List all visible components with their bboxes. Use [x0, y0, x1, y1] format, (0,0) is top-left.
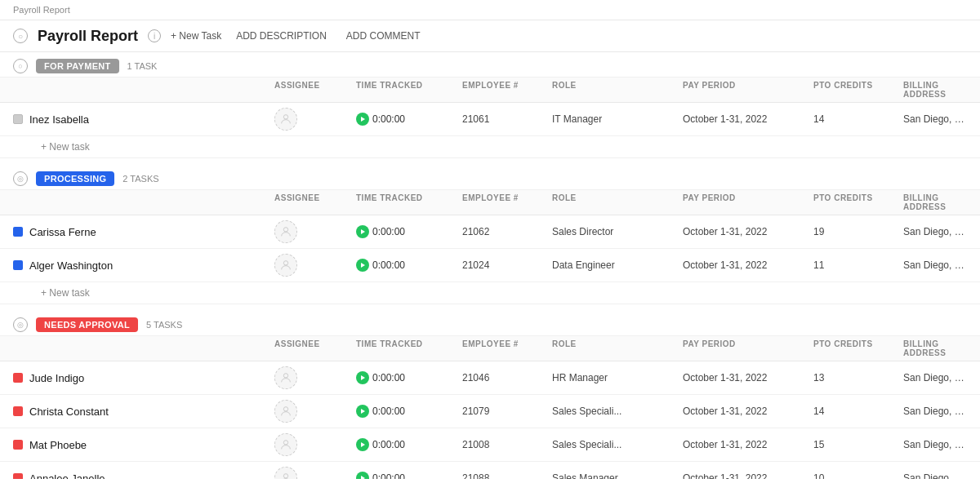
task-name-cell: Inez Isabella [13, 113, 274, 126]
time-start-icon[interactable] [356, 405, 369, 418]
time-start-icon[interactable] [356, 113, 369, 126]
task-name[interactable]: Alger Washington [29, 259, 113, 272]
svg-marker-13 [361, 476, 365, 479]
section-needs-approval: ◎NEEDS APPROVAL5 TASKSASSIGNEETIME TRACK… [0, 311, 980, 479]
avatar[interactable] [274, 220, 297, 243]
avatar[interactable] [274, 400, 297, 423]
pay-period-cell: October 1-31, 2022 [683, 226, 813, 237]
time-start-icon[interactable] [356, 225, 369, 238]
billing-address-cell: San Diego, CA, USA [903, 226, 967, 237]
col-header-billing-address: BILLING ADDRESS [903, 339, 967, 357]
svg-marker-9 [361, 409, 365, 414]
avatar[interactable] [274, 433, 297, 456]
task-name[interactable]: Christa Constant [29, 406, 109, 418]
assignee-cell[interactable] [274, 254, 356, 277]
collapse-icon[interactable]: ○ [13, 29, 28, 43]
col-header-name-empty [13, 339, 274, 357]
priority-indicator-red [13, 373, 23, 383]
employee-number: 21088 [462, 472, 552, 479]
table-row[interactable]: Alger Washington0:00:0021024Data Enginee… [0, 249, 980, 282]
avatar[interactable] [274, 366, 297, 389]
role-cell: Sales Director [552, 226, 683, 237]
time-tracked-cell: 0:00:00 [356, 438, 462, 451]
billing-address-cell: San Diego, CA, USA [903, 259, 967, 271]
table-row[interactable]: Christa Constant0:00:0021079Sales Specia… [0, 395, 980, 428]
task-count-processing: 2 TASKS [122, 174, 158, 184]
col-header-assignee: ASSIGNEE [274, 339, 356, 357]
task-name[interactable]: Jude Indigo [29, 372, 84, 384]
task-name-cell: Mat Phoebe [13, 439, 274, 451]
new-task-link-processing[interactable]: + New task [0, 282, 980, 304]
assignee-cell[interactable] [274, 433, 356, 456]
avatar[interactable] [274, 467, 297, 479]
role-cell: Sales Speciali... [552, 439, 683, 450]
task-name-cell: Alger Washington [13, 259, 274, 272]
col-header-assignee: ASSIGNEE [274, 193, 356, 211]
table-row[interactable]: Annalee Janelle0:00:0021088Sales Manager… [0, 462, 980, 479]
time-value: 0:00:00 [372, 372, 405, 383]
table-row[interactable]: Jude Indigo0:00:0021046HR ManagerOctober… [0, 361, 980, 395]
new-task-button[interactable]: + New Task [171, 30, 221, 42]
billing-address-cell: San Diego, CA, USA [903, 439, 967, 450]
assignee-cell[interactable] [274, 220, 356, 243]
avatar[interactable] [274, 254, 297, 277]
table-row[interactable]: Carissa Ferne0:00:0021062Sales DirectorO… [0, 215, 980, 249]
role-cell: Sales Manager [552, 472, 683, 479]
time-tracked-cell: 0:00:00 [356, 113, 462, 126]
task-name[interactable]: Inez Isabella [29, 113, 89, 126]
svg-marker-1 [361, 117, 365, 122]
col-header-pay-period: PAY PERIOD [683, 81, 813, 99]
time-start-icon[interactable] [356, 472, 369, 479]
avatar[interactable] [274, 108, 297, 131]
employee-number: 21024 [462, 259, 552, 271]
section-header-for-payment: ○FOR PAYMENT1 TASK [0, 52, 980, 78]
priority-indicator-red [13, 440, 23, 450]
employee-number: 21079 [462, 406, 552, 417]
assignee-cell[interactable] [274, 108, 356, 131]
col-header-role: ROLE [552, 81, 683, 99]
add-description-button[interactable]: ADD DESCRIPTION [231, 27, 332, 45]
assignee-cell[interactable] [274, 400, 356, 423]
priority-indicator-red [13, 473, 23, 479]
section-toggle-needs-approval[interactable]: ◎ [13, 317, 28, 332]
svg-point-6 [283, 374, 287, 378]
pto-credits-cell: 14 [813, 113, 903, 125]
svg-point-2 [283, 228, 287, 232]
employee-number: 21046 [462, 372, 552, 383]
status-badge-processing[interactable]: PROCESSING [36, 171, 114, 186]
task-name[interactable]: Carissa Ferne [29, 226, 96, 238]
info-icon[interactable]: i [148, 29, 161, 42]
section-toggle-processing[interactable]: ◎ [13, 171, 28, 186]
table-row[interactable]: Inez Isabella0:00:0021061IT ManagerOctob… [0, 103, 980, 136]
task-name[interactable]: Annalee Janelle [29, 472, 105, 480]
time-start-icon[interactable] [356, 438, 369, 451]
pto-credits-cell: 11 [813, 259, 903, 271]
pay-period-cell: October 1-31, 2022 [683, 406, 813, 417]
billing-address-cell: San Diego, CA, US... [903, 472, 967, 479]
add-comment-button[interactable]: ADD COMMENT [341, 27, 425, 45]
table-row[interactable]: Mat Phoebe0:00:0021008Sales Speciali...O… [0, 428, 980, 462]
col-headers-needs-approval: ASSIGNEETIME TRACKEDEMPLOYEE #ROLEPAY PE… [0, 336, 980, 361]
employee-number: 21008 [462, 439, 552, 450]
task-name[interactable]: Mat Phoebe [29, 439, 87, 451]
col-header-assignee: ASSIGNEE [274, 81, 356, 99]
time-tracked-cell: 0:00:00 [356, 225, 462, 238]
new-task-link-for-payment[interactable]: + New task [0, 136, 980, 158]
pay-period-cell: October 1-31, 2022 [683, 259, 813, 271]
breadcrumb: Payroll Report [0, 0, 980, 20]
time-value: 0:00:00 [372, 472, 405, 479]
col-header-pay-period: PAY PERIOD [683, 339, 813, 357]
col-header-name-empty [13, 81, 274, 99]
status-badge-for-payment[interactable]: FOR PAYMENT [36, 59, 119, 73]
section-processing: ◎PROCESSING2 TASKSASSIGNEETIME TRACKEDEM… [0, 165, 980, 304]
task-count-for-payment: 1 TASK [127, 61, 158, 71]
pto-credits-cell: 19 [813, 226, 903, 237]
assignee-cell[interactable] [274, 366, 356, 389]
assignee-cell[interactable] [274, 467, 356, 479]
time-start-icon[interactable] [356, 259, 369, 272]
time-value: 0:00:00 [372, 259, 405, 271]
col-headers-for-payment: ASSIGNEETIME TRACKEDEMPLOYEE #ROLEPAY PE… [0, 78, 980, 103]
status-badge-needs-approval[interactable]: NEEDS APPROVAL [36, 317, 138, 332]
section-toggle-for-payment[interactable]: ○ [13, 59, 28, 73]
time-start-icon[interactable] [356, 371, 369, 384]
